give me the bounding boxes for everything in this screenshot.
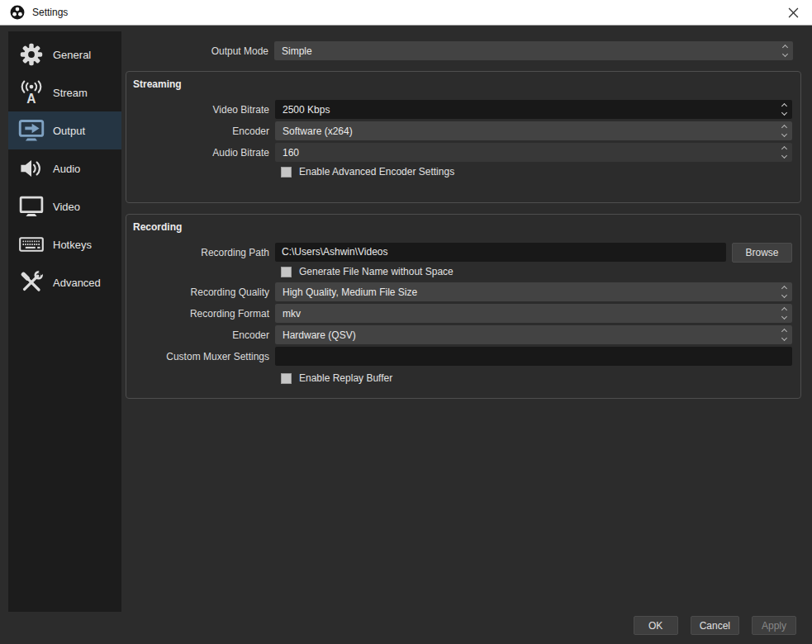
sidebar-item-general[interactable]: General — [8, 36, 121, 73]
sidebar-item-label: Stream — [53, 87, 88, 99]
enable-advanced-encoder-checkbox[interactable] — [281, 167, 292, 178]
sidebar-item-output[interactable]: Output — [8, 111, 121, 149]
custom-muxer-label: Custom Muxer Settings — [126, 351, 275, 362]
ok-button[interactable]: OK — [634, 616, 678, 635]
sidebar-item-stream[interactable]: A Stream — [8, 73, 121, 111]
generate-filename-checkbox[interactable] — [281, 267, 292, 277]
sidebar-item-audio[interactable]: Audio — [8, 149, 121, 187]
video-bitrate-label: Video Bitrate — [126, 104, 275, 116]
recording-encoder-label: Encoder — [126, 329, 275, 341]
chevron-updown-icon — [776, 45, 793, 56]
monitor-icon — [16, 194, 47, 219]
stream-encoder-row: Encoder Software (x264) — [126, 121, 800, 140]
recording-encoder-row: Encoder Hardware (QSV) — [126, 325, 800, 344]
generate-filename-row: Generate File Name without Space — [126, 266, 800, 277]
cancel-button[interactable]: Cancel — [691, 616, 739, 635]
sidebar-item-video[interactable]: Video — [8, 187, 121, 225]
recording-path-label: Recording Path — [126, 247, 275, 258]
recording-path-row: Recording Path Browse — [126, 243, 800, 262]
close-button[interactable] — [774, 0, 812, 25]
sidebar-item-hotkeys[interactable]: Hotkeys — [8, 225, 121, 263]
audio-bitrate-row: Audio Bitrate 160 — [126, 143, 800, 162]
spinner-updown-icon[interactable] — [776, 104, 792, 115]
tools-icon — [16, 270, 47, 295]
recording-quality-select[interactable]: High Quality, Medium File Size — [275, 282, 792, 301]
output-mode-value: Simple — [282, 45, 312, 57]
enable-replay-label: Enable Replay Buffer — [299, 372, 392, 384]
stream-encoder-value: Software (x264) — [283, 125, 353, 137]
output-monitor-arrow-icon — [16, 117, 47, 144]
recording-quality-row: Recording Quality High Quality, Medium F… — [126, 282, 800, 301]
audio-bitrate-label: Audio Bitrate — [126, 147, 275, 159]
audio-bitrate-select[interactable]: 160 — [275, 143, 792, 162]
video-bitrate-value: 2500 Kbps — [283, 104, 330, 116]
keyboard-icon — [16, 232, 47, 257]
output-settings-panel: Output Mode Simple Streaming Video Bitra… — [126, 26, 801, 399]
sidebar-item-label: Audio — [53, 163, 80, 175]
audio-bitrate-value: 160 — [283, 147, 299, 159]
titlebar: Settings — [0, 0, 812, 26]
stream-encoder-select[interactable]: Software (x264) — [275, 121, 792, 140]
enable-advanced-encoder-label: Enable Advanced Encoder Settings — [299, 166, 454, 178]
recording-quality-value: High Quality, Medium File Size — [283, 286, 417, 298]
stream-encoder-label: Encoder — [126, 125, 275, 137]
output-mode-select[interactable]: Simple — [274, 41, 793, 60]
enable-advanced-encoder-row: Enable Advanced Encoder Settings — [126, 166, 800, 178]
gear-icon — [16, 42, 47, 67]
output-mode-row: Output Mode Simple — [126, 41, 801, 60]
broadcast-icon: A — [16, 80, 47, 105]
recording-format-label: Recording Format — [126, 308, 275, 320]
recording-format-select[interactable]: mkv — [275, 304, 792, 323]
custom-muxer-input[interactable] — [275, 347, 792, 366]
settings-sidebar: General A Stream — [8, 31, 121, 612]
apply-button[interactable]: Apply — [752, 616, 796, 635]
streaming-group: Streaming Video Bitrate 2500 Kbps Encode… — [126, 71, 801, 203]
enable-replay-row: Enable Replay Buffer — [126, 372, 800, 384]
output-mode-label: Output Mode — [126, 45, 274, 57]
video-bitrate-row: Video Bitrate 2500 Kbps — [126, 100, 800, 119]
sidebar-item-label: Video — [53, 201, 80, 213]
chevron-updown-icon — [776, 286, 792, 297]
close-icon — [788, 7, 799, 18]
recording-encoder-value: Hardware (QSV) — [283, 329, 356, 341]
chevron-updown-icon — [776, 125, 792, 136]
chevron-updown-icon — [776, 308, 792, 319]
enable-replay-checkbox[interactable] — [281, 373, 292, 384]
sidebar-item-label: Advanced — [53, 277, 101, 289]
recording-path-input[interactable] — [275, 243, 726, 262]
chevron-updown-icon — [776, 147, 792, 158]
dialog-footer: OK Cancel Apply — [634, 616, 796, 635]
recording-encoder-select[interactable]: Hardware (QSV) — [275, 325, 792, 344]
video-bitrate-input[interactable]: 2500 Kbps — [275, 100, 792, 119]
browse-button[interactable]: Browse — [732, 243, 792, 263]
recording-format-value: mkv — [283, 308, 301, 320]
recording-group: Recording Recording Path Browse Generate… — [126, 214, 801, 399]
custom-muxer-row: Custom Muxer Settings — [126, 347, 800, 366]
sidebar-item-advanced[interactable]: Advanced — [8, 263, 121, 301]
sidebar-item-label: Output — [53, 125, 85, 137]
streaming-group-title: Streaming — [126, 78, 800, 100]
window-title: Settings — [32, 7, 68, 18]
recording-group-title: Recording — [126, 221, 800, 243]
svg-text:A: A — [26, 92, 36, 105]
recording-quality-label: Recording Quality — [126, 286, 275, 298]
sidebar-item-label: Hotkeys — [53, 239, 92, 251]
recording-format-row: Recording Format mkv — [126, 304, 800, 323]
settings-window: Settings — [0, 0, 812, 644]
obs-logo-icon — [10, 5, 25, 20]
sidebar-item-label: General — [53, 49, 91, 61]
chevron-updown-icon — [776, 329, 792, 340]
generate-filename-label: Generate File Name without Space — [299, 266, 453, 277]
speaker-icon — [16, 156, 47, 181]
